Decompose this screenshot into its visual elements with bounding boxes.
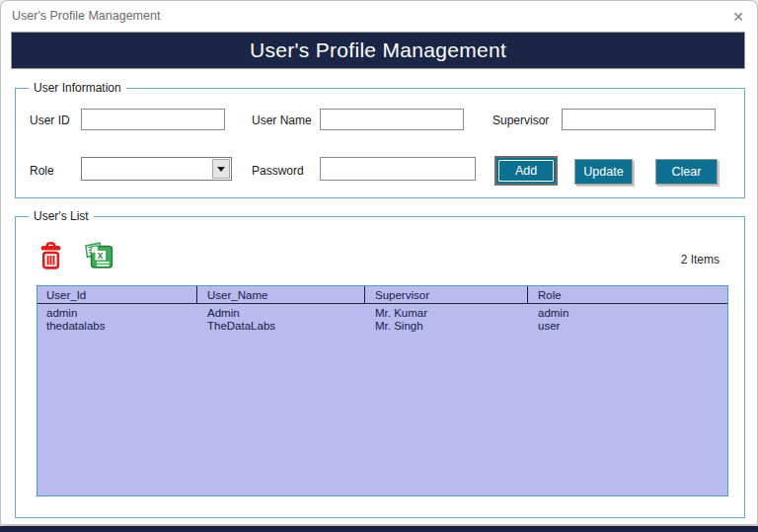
table-cell: admin [38,307,197,319]
user-information-groupbox: User Information User ID User Name Super… [15,88,745,198]
page-title: User's Profile Management [250,38,506,62]
supervisor-label: Supervisor [493,114,549,127]
app-window: User's Profile Management ✕ User's Profi… [0,0,758,525]
user-name-input[interactable] [320,109,464,130]
table-cell: TheDataLabs [197,320,365,332]
table-cell: Mr. Singh [365,320,528,332]
svg-text:X: X [98,251,104,261]
users-list-legend: User's List [29,209,94,223]
user-id-input[interactable] [81,109,225,130]
clear-button-label: Clear [672,165,702,179]
screen: User's Profile Management ✕ User's Profi… [0,0,758,532]
clear-button[interactable]: Clear [655,159,718,185]
table-cell: Mr. Kumar [365,307,528,319]
table-cell: admin [528,307,727,319]
user-id-label: User ID [30,114,70,127]
table-header-cell[interactable]: Role [528,286,727,303]
delete-icon[interactable] [38,241,63,270]
role-combobox[interactable] [81,157,232,181]
add-button-label: Add [515,164,537,178]
table-row[interactable]: thedatalabsTheDataLabsMr. Singhuser [38,320,727,334]
role-label: Role [30,164,54,178]
table-cell: Admin [197,307,365,319]
items-count: 2 Items [681,253,720,266]
password-label: Password [252,164,304,178]
chevron-down-icon [217,167,225,172]
export-to-excel-icon[interactable]: X [84,240,114,270]
header-banner: User's Profile Management [11,32,745,69]
table-header-cell[interactable]: User_Name [197,286,365,303]
user-information-legend: User Information [29,81,126,95]
combobox-dropdown-button[interactable] [212,159,230,179]
update-button[interactable]: Update [574,159,633,185]
users-list-table[interactable]: User_IdUser_NameSupervisorRole adminAdmi… [37,285,728,496]
table-cell: thedatalabs [38,320,197,332]
password-input[interactable] [320,157,476,181]
supervisor-input[interactable] [562,109,716,130]
table-header-row: User_IdUser_NameSupervisorRole [38,286,727,304]
title-bar: User's Profile Management ✕ [1,1,757,31]
window-title: User's Profile Management [12,9,160,23]
table-header-cell[interactable]: Supervisor [365,286,528,303]
update-button-label: Update [583,165,623,179]
table-body: adminAdminMr. KumaradminthedatalabsTheDa… [38,304,727,333]
add-button[interactable]: Add [494,156,558,186]
background-bar [0,526,758,532]
users-list-groupbox: User's List [15,216,745,518]
user-name-label: User Name [252,114,312,127]
table-header-cell[interactable]: User_Id [38,286,197,303]
table-cell: user [528,320,727,332]
close-icon[interactable]: ✕ [728,7,748,27]
table-row[interactable]: adminAdminMr. Kumaradmin [38,306,727,320]
